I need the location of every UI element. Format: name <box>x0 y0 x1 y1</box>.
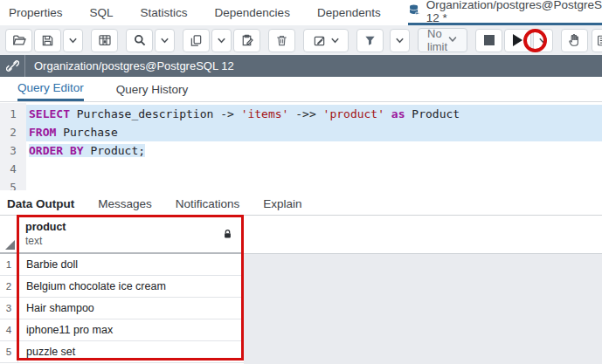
table-row[interactable]: 4 iphone11 pro max <box>0 319 244 341</box>
find-button[interactable] <box>126 29 153 52</box>
tab-data-output[interactable]: Data Output <box>7 197 74 210</box>
chevron-down-icon <box>538 36 548 45</box>
save-dropdown-button[interactable] <box>63 29 83 52</box>
row-cell-product[interactable]: puzzle set <box>18 341 244 363</box>
chevron-down-icon <box>330 36 340 45</box>
filter-funnel-icon <box>363 34 377 47</box>
column-name: product <box>25 220 235 234</box>
sql-editor-lines: 1SELECT Purchase_description -> 'items' … <box>0 105 602 190</box>
sql-editor[interactable]: 1SELECT Purchase_description -> 'items' … <box>0 103 602 190</box>
column-type: text <box>25 234 235 248</box>
row-cell-product[interactable]: Barbie doll <box>18 254 244 276</box>
chevron-down-icon <box>447 34 458 47</box>
copy-icon <box>190 34 203 47</box>
chevron-down-icon <box>68 36 78 45</box>
row-number[interactable]: 5 <box>0 341 18 363</box>
edit-pencil-icon <box>313 34 326 47</box>
connection-title: Organization/postgres@PostgreSQL 12 <box>25 55 234 77</box>
chevron-down-icon <box>160 36 170 45</box>
database-icon <box>408 3 421 20</box>
row-number[interactable]: 1 <box>0 254 18 276</box>
edit-dropdown-button[interactable] <box>303 29 349 52</box>
row-number[interactable]: 3 <box>0 298 18 319</box>
search-icon <box>133 33 147 47</box>
grid-body: 1 Barbie doll 2 Belgium chocolate ice cr… <box>0 254 602 364</box>
macro-button[interactable] <box>592 29 602 52</box>
table-row[interactable]: 3 Hair shampoo <box>0 298 244 319</box>
tab-statistics[interactable]: Statistics <box>141 0 188 25</box>
filter-dropdown-button[interactable] <box>390 29 410 52</box>
copy-dropdown-button[interactable] <box>211 29 232 52</box>
tab-explain[interactable]: Explain <box>263 197 301 210</box>
paste-icon <box>240 34 253 47</box>
select-all-triangle-icon <box>5 240 15 250</box>
row-cell-product[interactable]: Hair shampoo <box>18 298 244 319</box>
filter-button[interactable] <box>356 29 384 52</box>
tab-query-editor[interactable]: Query Editor <box>17 77 84 101</box>
output-tab-bar: Data Output Messages Notifications Expla… <box>0 192 602 215</box>
save-icon <box>41 34 54 47</box>
tab-notifications[interactable]: Notifications <box>176 197 240 210</box>
row-cell-product[interactable]: iphone11 pro max <box>18 319 244 341</box>
hand-pointer-icon <box>568 33 582 47</box>
select-all-corner[interactable] <box>0 216 18 254</box>
lock-icon <box>222 228 233 244</box>
row-limit-value: No limit <box>427 27 447 53</box>
stop-icon <box>484 35 495 45</box>
table-row[interactable]: 2 Belgium chocolate ice cream <box>0 276 244 298</box>
tab-dependents[interactable]: Dependents <box>317 0 381 25</box>
execute-play-icon <box>513 34 522 46</box>
connection-status-bar: Organization/postgres@PostgreSQL 12 <box>0 55 602 77</box>
open-file-icon <box>12 33 26 47</box>
macro-icon <box>596 34 602 47</box>
query-toolbar: No limit <box>0 25 602 55</box>
row-number[interactable]: 2 <box>0 276 18 298</box>
table-row[interactable]: 5 puzzle set <box>0 341 244 363</box>
execute-button[interactable] <box>504 29 531 52</box>
delete-button[interactable] <box>268 29 295 52</box>
table-row[interactable]: 1 Barbie doll <box>0 254 244 276</box>
tab-query-tool-active[interactable]: Organization/postgres@PostgreSQL 12 * <box>408 0 602 25</box>
column-header-product[interactable]: product text <box>18 216 243 254</box>
connection-status-icon[interactable] <box>0 55 25 77</box>
row-cell-product[interactable]: Belgium chocolate ice cream <box>18 276 244 298</box>
browser-tab-bar: Properties SQL Statistics Dependencies D… <box>0 0 602 25</box>
tab-query-history[interactable]: Query History <box>116 77 189 101</box>
tab-messages[interactable]: Messages <box>98 197 152 210</box>
row-number[interactable]: 4 <box>0 319 18 341</box>
save-file-button[interactable] <box>34 29 61 52</box>
active-tab-label: Organization/postgres@PostgreSQL 12 * <box>426 0 602 24</box>
tab-dependencies[interactable]: Dependencies <box>215 0 290 25</box>
tab-sql[interactable]: SQL <box>90 0 114 25</box>
save-data-changes-icon <box>98 33 112 47</box>
save-data-changes-button[interactable] <box>91 29 118 52</box>
execute-dropdown-button[interactable] <box>533 29 553 52</box>
row-limit-select[interactable]: No limit <box>418 28 467 52</box>
tab-properties[interactable]: Properties <box>9 0 63 25</box>
data-output-grid: product text 1 Barbie doll 2 Belgium cho… <box>0 215 602 364</box>
chevron-down-icon <box>217 36 226 45</box>
find-dropdown-button[interactable] <box>155 29 175 52</box>
header-empty-area <box>244 216 602 254</box>
stop-button[interactable] <box>475 29 502 52</box>
grid-empty-area <box>244 254 602 364</box>
open-file-button[interactable] <box>5 29 32 52</box>
editor-tab-bar: Query Editor Query History <box>0 77 602 102</box>
paste-button[interactable] <box>233 29 260 52</box>
trash-icon <box>275 34 288 47</box>
hand-pointer-button[interactable] <box>561 29 588 52</box>
copy-button[interactable] <box>183 29 210 52</box>
chevron-down-icon <box>395 36 405 45</box>
